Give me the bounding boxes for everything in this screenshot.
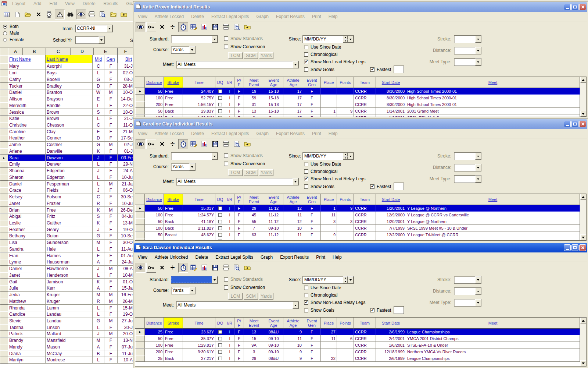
dq-checkbox[interactable] [218, 213, 222, 217]
athlete-row[interactable]: JamieCostnerGM02-J [0, 142, 133, 148]
vertical-scrollbar[interactable] [580, 77, 586, 117]
eye-icon[interactable] [136, 22, 146, 32]
save-icon[interactable] [210, 22, 220, 32]
column-header[interactable]: Event Age [264, 194, 283, 205]
athlete-row[interactable]: MeredithBrindleLF22-O [0, 102, 133, 109]
stopwatch-icon[interactable] [178, 263, 188, 273]
yards-button[interactable]: Yards [259, 52, 273, 59]
column-header[interactable]: Team [354, 318, 376, 329]
column-letter[interactable]: B [23, 48, 46, 55]
last-name-header[interactable]: Last Name [46, 55, 93, 63]
athlete-row[interactable]: SandraHaleLF11-Au [0, 246, 133, 253]
result-row[interactable]: 100Free1:24.57YIF4511-1211F11CCRR12/9/20… [135, 212, 580, 218]
athlete-row[interactable]: KatieBrownLF21-J [0, 116, 133, 122]
save-icon[interactable] [210, 263, 220, 273]
chevron-down-icon[interactable] [189, 287, 195, 294]
folder-up-icon[interactable] [119, 10, 129, 20]
chevron-down-icon[interactable] [293, 61, 298, 68]
chevron-down-icon[interactable] [189, 46, 195, 53]
chevron-down-icon[interactable] [475, 36, 481, 43]
column-letter[interactable]: F [118, 48, 133, 55]
column-letter[interactable]: E [94, 48, 118, 55]
result-row[interactable]: 50Breast48.62YIF6311-1211F9CCRR12/2/2000… [135, 231, 580, 238]
menu-item[interactable]: Athlete Locked [151, 131, 187, 136]
yards-button[interactable]: Yards [259, 169, 273, 176]
dq-checkbox[interactable] [218, 357, 222, 360]
calculate-icon[interactable] [189, 139, 199, 149]
stopwatch-icon[interactable] [178, 139, 188, 149]
folder-up-icon[interactable] [242, 139, 252, 149]
stopwatch-icon[interactable] [178, 22, 188, 32]
print-icon[interactable] [221, 139, 231, 149]
fastest-checkbox[interactable]: Fastest [370, 308, 391, 313]
athlete-row[interactable]: JediaKrugerMM16-Fe [0, 292, 133, 298]
chevron-down-icon[interactable] [212, 276, 218, 283]
athlete-row[interactable]: LoriBaysLF02-O [0, 70, 133, 77]
delete-icon[interactable] [33, 10, 43, 20]
column-header[interactable]: DQ [215, 318, 225, 329]
maximize-button[interactable] [571, 4, 578, 10]
menu-item[interactable]: Print [308, 14, 325, 19]
athlete-row[interactable]: SharonEdgertonLF10-Ju [0, 174, 133, 181]
print-preview-icon[interactable] [232, 139, 241, 149]
result-row[interactable]: 100Back2:11.82YIF709-1010FCCRR7/7/1999SR… [135, 225, 580, 231]
close-button[interactable] [579, 244, 586, 251]
since-date-combo[interactable]: MM/DD/YY [302, 35, 354, 43]
menu-item[interactable]: Export Results [272, 14, 308, 19]
athlete-row[interactable]: RhondaLammLF15-M [0, 305, 133, 311]
show-non-lead-relay-legs-checkbox[interactable]: Show Non-Lead Relay Legs [304, 176, 365, 181]
maximize-button[interactable] [571, 121, 578, 127]
print-preview-icon[interactable] [232, 22, 241, 32]
chevron-down-icon[interactable] [475, 299, 481, 306]
column-header[interactable]: Points [337, 318, 354, 329]
folder-up-icon[interactable] [242, 263, 252, 273]
chronological-checkbox[interactable]: Chronological [304, 169, 337, 174]
show-standards-checkbox[interactable]: Show Standards [224, 153, 263, 158]
chevron-down-icon[interactable] [98, 36, 104, 43]
athlete-row[interactable]: TabithaLinsonLF30-J [0, 324, 133, 331]
stroke-combo[interactable] [454, 276, 481, 284]
column-header[interactable]: Distance [145, 318, 164, 329]
column-header[interactable]: Time [183, 194, 215, 205]
distance-combo[interactable] [454, 47, 481, 54]
athlete-row[interactable]: DanielFespermanLM21-Ja [0, 181, 133, 187]
scroll-down-button[interactable] [580, 111, 586, 117]
radio-male[interactable]: Male [3, 31, 19, 36]
dq-checkbox[interactable] [218, 233, 222, 237]
distance-combo[interactable] [454, 287, 481, 295]
athlete-row[interactable]: PatrickMallardJM20-O [0, 331, 133, 337]
chevron-down-icon[interactable] [475, 164, 481, 171]
dq-checkbox[interactable] [218, 337, 222, 340]
dq-checkbox[interactable] [218, 220, 222, 223]
show-conversion-checkbox[interactable]: Show Conversion [224, 285, 265, 290]
result-row[interactable]: 100Free1:29.81YIF9A09-1010FCCRR1/6/2001S… [135, 342, 580, 348]
menu-item[interactable]: Graph [257, 255, 276, 260]
date-spinner[interactable] [343, 153, 348, 160]
lcm-button[interactable]: LCM [228, 293, 243, 300]
dq-checkbox[interactable] [218, 96, 222, 100]
app-menu-item[interactable]: View [61, 1, 79, 6]
dq-checkbox[interactable] [218, 206, 222, 210]
vertical-scrollbar[interactable] [580, 194, 586, 240]
menu-item[interactable]: Delete [192, 255, 212, 260]
delete-icon[interactable] [157, 263, 167, 273]
athlete-row[interactable]: JanetHendersonLF10-M [0, 272, 133, 279]
athlete-row[interactable]: MandyMasonAF07-Ju [0, 344, 133, 351]
result-row[interactable]: ►50Free24.40YIF1915-1817FCCRR8/30/2000Hi… [135, 88, 580, 95]
chevron-down-icon[interactable] [475, 153, 481, 160]
column-header[interactable]: Start Date [376, 318, 406, 329]
chevron-down-icon[interactable] [212, 153, 218, 160]
minimize-button[interactable] [564, 121, 571, 127]
show-non-lead-relay-legs-checkbox[interactable]: Show Non-Lead Relay Legs [304, 59, 365, 64]
column-header[interactable]: Start Date [376, 77, 406, 88]
athlete-row[interactable]: ►SaraDawsonJF03-Fe [0, 155, 133, 161]
graph-icon[interactable] [200, 139, 209, 149]
athlete-row[interactable]: CathyBocelliGF03-J [0, 76, 133, 83]
menu-item[interactable]: Print [308, 131, 325, 136]
menu-item[interactable]: Print [312, 255, 329, 260]
athlete-row[interactable]: LeslieGaitherKF13-M [0, 220, 133, 227]
menu-item[interactable]: Graph [253, 14, 272, 19]
app-menu-item[interactable]: Add [29, 1, 45, 6]
warning-icon[interactable] [55, 10, 65, 20]
result-row[interactable]: 200Free1:56.15YIF3115-1817FCCRR8/30/2000… [135, 101, 580, 108]
